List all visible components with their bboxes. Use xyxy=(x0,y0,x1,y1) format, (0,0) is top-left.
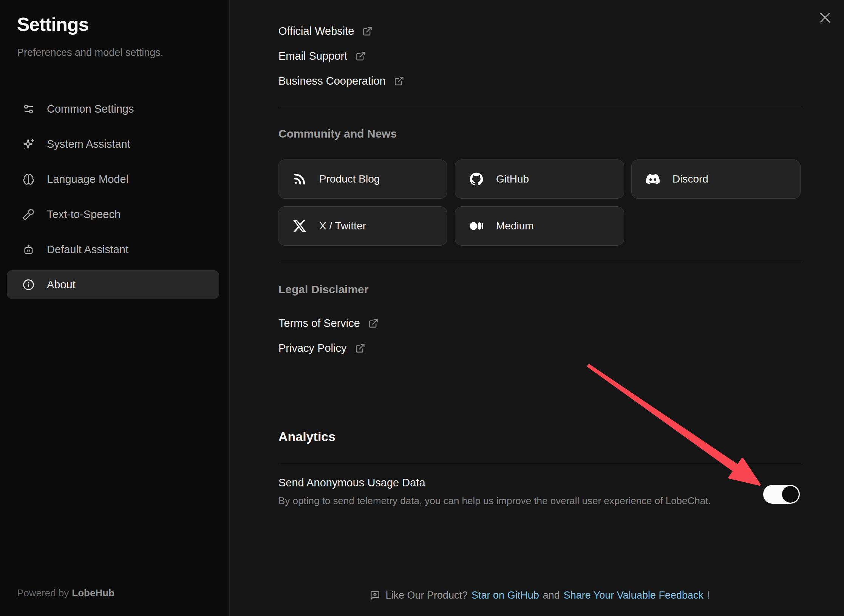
link-label: Official Website xyxy=(278,25,354,37)
message-heart-icon xyxy=(370,590,380,601)
footer-text: ! xyxy=(707,590,710,601)
button-label: Product Blog xyxy=(319,173,380,185)
about-panel: Contact Us Official Website Email Suppor… xyxy=(230,0,844,616)
external-link-icon xyxy=(362,26,373,36)
medium-button[interactable]: Medium xyxy=(455,206,624,246)
share-feedback-link[interactable]: Share Your Valuable Feedback xyxy=(564,590,703,601)
sidebar-item-label: Default Assistant xyxy=(47,243,128,256)
send-anonymous-usage-data-label: Send Anonymous Usage Data xyxy=(278,477,802,489)
info-icon xyxy=(23,279,34,291)
page-title: Settings xyxy=(17,14,88,36)
settings-sidebar: Settings Preferences and model settings.… xyxy=(0,0,230,616)
official-website-link[interactable]: Official Website xyxy=(278,23,802,39)
medium-icon xyxy=(470,219,483,233)
community-title: Community and News xyxy=(278,127,802,140)
button-label: GitHub xyxy=(496,173,529,185)
sidebar-item-label: Language Model xyxy=(47,173,128,186)
sidebar-item-default-assistant[interactable]: Default Assistant xyxy=(7,235,219,264)
external-link-icon xyxy=(368,318,379,328)
page-subtitle: Preferences and model settings. xyxy=(17,47,163,59)
email-support-link[interactable]: Email Support xyxy=(278,48,802,63)
link-label: Terms of Service xyxy=(278,317,360,330)
discord-icon xyxy=(646,172,660,186)
product-blog-button[interactable]: Product Blog xyxy=(278,159,447,199)
external-link-icon xyxy=(356,51,366,61)
settings-modal: Settings Preferences and model settings.… xyxy=(0,0,844,616)
sidebar-item-label: Text-to-Speech xyxy=(47,208,121,221)
lobehub-brand: LobeHub xyxy=(72,587,114,599)
button-label: Medium xyxy=(496,220,534,232)
terms-of-service-link[interactable]: Terms of Service xyxy=(278,316,802,331)
rss-icon xyxy=(293,172,306,186)
button-label: X / Twitter xyxy=(319,220,366,232)
link-label: Email Support xyxy=(278,50,347,62)
mic-icon xyxy=(23,209,34,220)
usage-data-toggle[interactable] xyxy=(763,485,800,504)
powered-by: Powered byLobeHub xyxy=(17,587,114,599)
sidebar-item-about[interactable]: About xyxy=(7,270,219,299)
legal-disclaimer-title: Legal Disclaimer xyxy=(278,283,802,296)
sparkles-icon xyxy=(23,138,34,150)
divider xyxy=(278,107,802,107)
external-link-icon xyxy=(394,76,404,86)
external-link-icon xyxy=(355,343,365,353)
divider xyxy=(278,263,802,263)
sidebar-item-label: About xyxy=(47,279,76,291)
sidebar-item-language-model[interactable]: Language Model xyxy=(7,165,219,193)
business-cooperation-link[interactable]: Business Cooperation xyxy=(278,73,802,88)
contact-us-title: Contact Us xyxy=(278,0,802,2)
feedback-footer: Like Our Product? Star on GitHub and Sha… xyxy=(278,590,802,601)
brain-icon xyxy=(23,173,34,185)
button-label: Discord xyxy=(672,173,708,185)
toggle-knob xyxy=(782,486,799,503)
github-icon xyxy=(470,172,483,186)
link-label: Business Cooperation xyxy=(278,75,386,87)
analytics-title: Analytics xyxy=(278,429,802,444)
sidebar-item-label: Common Settings xyxy=(47,103,134,115)
footer-text: and xyxy=(543,590,560,601)
usage-data-description: By opting to send telemetry data, you ca… xyxy=(278,495,802,507)
sidebar-item-text-to-speech[interactable]: Text-to-Speech xyxy=(7,200,219,229)
powered-by-text: Powered by xyxy=(17,587,69,599)
link-label: Privacy Policy xyxy=(278,342,347,354)
sidebar-item-system-assistant[interactable]: System Assistant xyxy=(7,130,219,158)
github-button[interactable]: GitHub xyxy=(455,159,624,199)
sidebar-item-label: System Assistant xyxy=(47,138,130,150)
discord-button[interactable]: Discord xyxy=(631,159,801,199)
divider xyxy=(278,464,802,464)
sidebar-item-common-settings[interactable]: Common Settings xyxy=(7,94,219,123)
sliders-icon xyxy=(23,103,34,115)
x-twitter-button[interactable]: X / Twitter xyxy=(278,206,447,246)
footer-text: Like Our Product? xyxy=(385,590,468,601)
x-icon xyxy=(293,219,306,233)
close-icon[interactable] xyxy=(816,9,834,26)
privacy-policy-link[interactable]: Privacy Policy xyxy=(278,341,802,356)
bot-icon xyxy=(23,244,34,255)
star-on-github-link[interactable]: Star on GitHub xyxy=(471,590,539,601)
sidebar-nav: Common Settings System Assistant Languag… xyxy=(7,94,219,299)
